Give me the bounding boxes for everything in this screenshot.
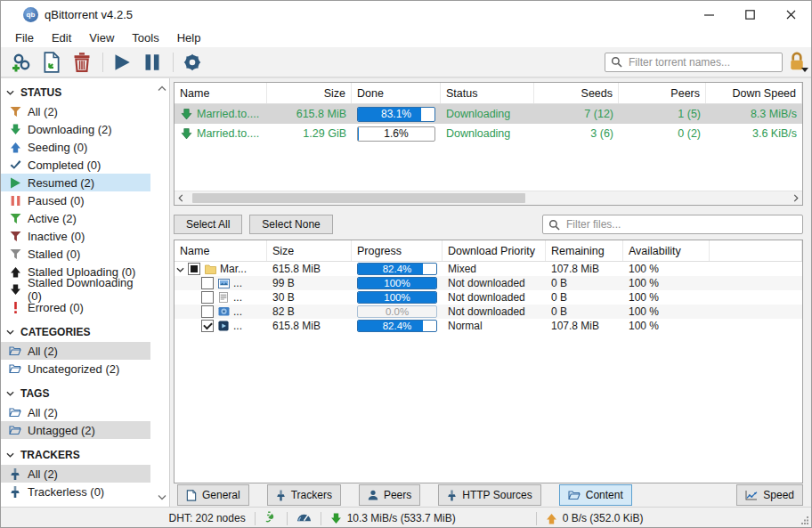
- http-sources-icon: [447, 490, 457, 501]
- lock-button[interactable]: [788, 52, 808, 73]
- torrent-name: Married.to....: [197, 108, 259, 120]
- close-button[interactable]: [770, 1, 811, 28]
- column-done[interactable]: Done: [352, 83, 441, 103]
- add-torrent-link-button[interactable]: [10, 51, 33, 74]
- tab-http-sources[interactable]: HTTP Sources: [438, 484, 540, 506]
- folder-icon: [9, 362, 21, 375]
- options-button[interactable]: [181, 51, 204, 74]
- sidebar-item-label: Downloading (2): [28, 123, 112, 136]
- file-priority[interactable]: Not downloaded: [443, 305, 546, 318]
- sidebar-section-categories[interactable]: CATEGORIES: [1, 322, 169, 342]
- sidebar-item-seeding[interactable]: Seeding (0): [1, 138, 150, 156]
- sidebar-tracker-trackerless[interactable]: Trackerless (0): [1, 483, 150, 500]
- file-progress-bar: 0.0%: [357, 305, 437, 318]
- column-seeds[interactable]: Seeds: [534, 83, 619, 103]
- file-filter-input[interactable]: [564, 217, 802, 232]
- sidebar-item-label: Resumed (2): [28, 176, 94, 190]
- menu-edit[interactable]: Edit: [43, 29, 80, 46]
- sidebar-item-stalled[interactable]: Stalled (0): [1, 245, 150, 263]
- torrent-status: Downloading: [441, 108, 534, 120]
- file-checkbox[interactable]: [188, 263, 200, 275]
- torrent-filter-input[interactable]: [627, 55, 782, 69]
- torrent-row[interactable]: Married.to.... 1.29 GiB 1.6% Downloading…: [175, 124, 802, 143]
- sidebar-tracker-all[interactable]: All (2): [1, 465, 150, 483]
- file-row[interactable]: ... 615.8 MiB 82.4% Normal 107.8 MiB 100…: [175, 319, 802, 333]
- file-size: 99 B: [267, 277, 352, 289]
- file-checkbox[interactable]: [201, 305, 214, 318]
- menu-view[interactable]: View: [80, 29, 123, 46]
- check-icon: [9, 158, 21, 171]
- column-remaining[interactable]: Remaining: [546, 240, 623, 261]
- column-down-speed[interactable]: Down Speed: [706, 83, 802, 103]
- sidebar-section-tags[interactable]: TAGS: [1, 384, 169, 403]
- speed-limits-icon[interactable]: [296, 512, 312, 524]
- tab-trackers[interactable]: Trackers: [267, 484, 341, 506]
- torrent-row[interactable]: Married.to.... 615.8 MiB 83.1% Downloadi…: [175, 104, 802, 124]
- upload-arrow-icon: [9, 141, 21, 153]
- menu-tools[interactable]: Tools: [123, 29, 167, 46]
- sidebar-tag-untagged[interactable]: Untagged (2): [1, 421, 150, 439]
- column-name[interactable]: Name: [175, 83, 267, 103]
- file-row[interactable]: ... 30 B 100% Not downloaded 0 B 100 %: [175, 290, 802, 305]
- sidebar-category-uncategorized[interactable]: Uncategorized (2): [1, 360, 150, 378]
- file-checkbox[interactable]: [201, 320, 214, 332]
- sidebar-category-all[interactable]: All (2): [1, 342, 150, 360]
- column-availability[interactable]: Availability: [623, 240, 710, 261]
- resize-grip[interactable]: [800, 515, 809, 527]
- column-name[interactable]: Name: [175, 240, 267, 261]
- tab-speed[interactable]: Speed: [736, 484, 803, 506]
- sidebar-item-all[interactable]: All (2): [1, 102, 150, 120]
- column-peers[interactable]: Peers: [619, 83, 706, 103]
- column-download-priority[interactable]: Download Priority: [443, 240, 546, 261]
- file-row[interactable]: Mar... 615.8 MiB 82.4% Mixed 107.8 MiB 1…: [175, 262, 802, 276]
- torrent-name: Married.to....: [197, 127, 259, 140]
- scrollbar-thumb[interactable]: [192, 193, 525, 203]
- delete-button[interactable]: [70, 51, 93, 74]
- sidebar-item-stalled-downloading[interactable]: Stalled Downloading (0): [1, 280, 150, 298]
- file-priority[interactable]: Mixed: [443, 263, 546, 275]
- resume-button[interactable]: [110, 51, 134, 74]
- sidebar-item-completed[interactable]: Completed (0): [1, 156, 150, 174]
- column-progress[interactable]: Progress: [352, 240, 443, 261]
- file-row[interactable]: ... 82 B 0.0% Not downloaded 0 B 100 %: [175, 305, 802, 319]
- sidebar-item-paused[interactable]: Paused (0): [1, 191, 150, 209]
- tab-general[interactable]: General: [177, 484, 249, 506]
- pause-button[interactable]: [141, 51, 164, 74]
- sidebar-item-inactive[interactable]: Inactive (0): [1, 227, 150, 245]
- file-progress-bar: 82.4%: [357, 263, 437, 275]
- sidebar-section-trackers[interactable]: TRACKERS: [1, 445, 169, 465]
- select-none-button[interactable]: Select None: [249, 215, 332, 234]
- sidebar-tag-all[interactable]: All (2): [1, 403, 150, 421]
- sidebar-scroll-down-arrow[interactable]: [158, 491, 166, 503]
- scroll-right-arrow[interactable]: [790, 194, 802, 202]
- file-progress-percent: 100%: [358, 292, 436, 303]
- file-row[interactable]: ... 99 B 100% Not downloaded 0 B 100 %: [175, 276, 802, 290]
- maximize-button[interactable]: [729, 1, 770, 28]
- file-progress-bar: 100%: [357, 291, 437, 304]
- tab-peers[interactable]: Peers: [359, 484, 420, 506]
- download-arrow-icon: [180, 108, 192, 120]
- file-checkbox[interactable]: [201, 277, 214, 289]
- sidebar-item-resumed[interactable]: Resumed (2): [1, 174, 150, 191]
- sidebar-item-active[interactable]: Active (2): [1, 209, 150, 227]
- sidebar-item-downloading[interactable]: Downloading (2): [1, 120, 150, 138]
- connection-status-icon[interactable]: [264, 510, 278, 526]
- menu-file[interactable]: File: [6, 29, 43, 46]
- scroll-left-arrow[interactable]: [175, 194, 187, 202]
- file-priority[interactable]: Not downloaded: [443, 291, 546, 304]
- expand-chevron-icon[interactable]: [176, 263, 184, 275]
- file-priority[interactable]: Not downloaded: [443, 277, 546, 289]
- column-size[interactable]: Size: [267, 83, 352, 103]
- file-checkbox[interactable]: [201, 291, 214, 304]
- add-torrent-file-button[interactable]: [40, 51, 63, 74]
- minimize-button[interactable]: [688, 1, 729, 28]
- sidebar-section-status[interactable]: STATUS: [1, 83, 169, 102]
- column-size[interactable]: Size: [267, 240, 352, 261]
- sidebar-scroll-up-arrow[interactable]: [158, 82, 166, 94]
- horizontal-scrollbar[interactable]: [175, 191, 802, 205]
- tab-content[interactable]: Content: [559, 484, 632, 506]
- column-status[interactable]: Status: [441, 83, 534, 103]
- select-all-button[interactable]: Select All: [174, 215, 242, 234]
- file-priority[interactable]: Normal: [443, 320, 546, 332]
- menu-help[interactable]: Help: [168, 29, 210, 46]
